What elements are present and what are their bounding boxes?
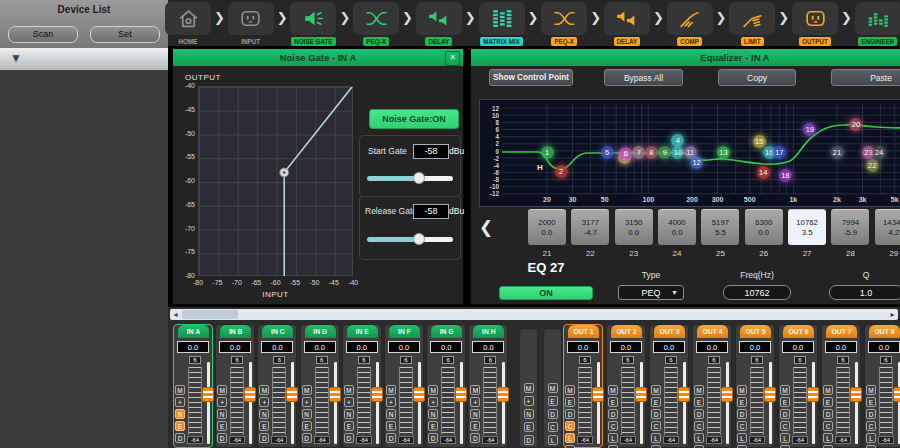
eq-band-cell-25[interactable]: 51975.5	[701, 209, 739, 245]
channel-button-l[interactable]: L	[651, 433, 661, 443]
channel-button-d[interactable]: D	[866, 409, 876, 419]
channel-button-l[interactable]: L	[737, 433, 747, 443]
aux-strip-out-button-d[interactable]: D	[548, 409, 558, 419]
channel-button-e[interactable]: E	[344, 421, 354, 431]
channel-button-plus[interactable]: +	[470, 397, 480, 407]
toolbar-item-comp[interactable]: COMP	[667, 2, 713, 46]
channel-button-d[interactable]: D	[651, 409, 661, 419]
fader-track[interactable]	[249, 362, 252, 444]
channel-button-e[interactable]: E	[780, 397, 790, 407]
channel-value-out-8[interactable]: 0.0	[868, 341, 900, 353]
channel-button-m[interactable]: M	[780, 385, 790, 395]
fader-handle[interactable]	[329, 387, 341, 402]
channel-button-c[interactable]: C	[694, 421, 704, 431]
eq-point-15[interactable]: 15	[753, 135, 766, 148]
toolbar-item-peq-x[interactable]: PEQ-X	[353, 2, 399, 46]
channel-button-e[interactable]: E	[651, 397, 661, 407]
toolbar-item-engineer[interactable]: ENGINEER	[855, 2, 900, 46]
channel-button-l[interactable]: L	[780, 433, 790, 443]
fader-handle[interactable]	[244, 387, 256, 402]
eq-point-18[interactable]: 18	[779, 169, 792, 182]
close-icon[interactable]: ✕	[445, 51, 460, 66]
channel-tab-out-6[interactable]: OUT 6	[783, 325, 814, 338]
channel-value-out-6[interactable]: 0.0	[782, 341, 814, 353]
toolbar-item-noise-gate[interactable]: NOISE GATE	[290, 2, 336, 46]
aux-strip-in-button-m[interactable]: M	[524, 383, 534, 393]
band-prev-icon[interactable]: ❮	[479, 217, 493, 238]
eq-point-5[interactable]: 5	[601, 146, 614, 159]
channel-value-out-3[interactable]: 0.0	[653, 341, 685, 353]
hpf-marker[interactable]: H	[537, 163, 543, 172]
channel-value-in-a[interactable]: 0.0	[177, 341, 209, 353]
channel-button-n[interactable]: N	[259, 409, 269, 419]
fader-track[interactable]	[726, 362, 729, 444]
channel-tab-in-h[interactable]: IN H	[473, 325, 504, 338]
q-field[interactable]: 1.0	[829, 285, 900, 300]
channel-tab-in-e[interactable]: IN E	[347, 325, 378, 338]
fader-handle[interactable]	[497, 387, 509, 402]
channel-button-plus[interactable]: +	[259, 397, 269, 407]
fader-handle[interactable]	[286, 387, 298, 402]
paste-button[interactable]: Paste	[831, 69, 900, 86]
channel-button-l[interactable]: L	[565, 433, 575, 443]
channel-button-e[interactable]: E	[428, 421, 438, 431]
channel-button-m[interactable]: M	[175, 385, 185, 395]
channel-tab-out-2[interactable]: OUT 2	[611, 325, 642, 338]
channel-button-c[interactable]: C	[737, 421, 747, 431]
channel-button-m[interactable]: M	[565, 385, 575, 395]
channel-button-n[interactable]: N	[302, 409, 312, 419]
channel-tab-in-c[interactable]: IN C	[262, 325, 293, 338]
channel-tab-in-f[interactable]: IN F	[389, 325, 420, 338]
channel-button-n[interactable]: N	[344, 409, 354, 419]
start-gate-slider-handle[interactable]	[413, 172, 425, 184]
channel-button-m[interactable]: M	[737, 385, 747, 395]
channel-tab-out-1[interactable]: OUT 1	[568, 325, 599, 338]
eq-point-10[interactable]: 10	[671, 146, 684, 159]
bypass-all-button[interactable]: Bypass All	[604, 69, 683, 86]
channel-tab-in-a[interactable]: IN A	[178, 325, 209, 338]
toolbar-item-delay[interactable]: DELAY	[604, 2, 650, 46]
channel-button-e[interactable]: E	[608, 397, 618, 407]
channel-value-in-d[interactable]: 0.0	[304, 341, 336, 353]
toolbar-item-output[interactable]: OUTPUT	[792, 2, 838, 46]
fader-handle[interactable]	[202, 387, 214, 402]
channel-value-out-2[interactable]: 0.0	[610, 341, 642, 353]
eq-point-6[interactable]: 6	[619, 147, 632, 160]
channel-button-d[interactable]: D	[823, 409, 833, 419]
toolbar-item-delay[interactable]: DELAY	[416, 2, 462, 46]
channel-button-n[interactable]: N	[217, 409, 227, 419]
channel-button-m[interactable]: M	[651, 385, 661, 395]
channel-button-plus[interactable]: +	[175, 397, 185, 407]
channel-button-m[interactable]: M	[344, 385, 354, 395]
scroll-right-icon[interactable]: ▸	[887, 309, 898, 320]
copy-button[interactable]: Copy	[718, 69, 796, 86]
fader-track[interactable]	[418, 362, 421, 444]
fader-track[interactable]	[291, 362, 294, 444]
fader-track[interactable]	[597, 362, 600, 444]
channel-button-d[interactable]: D	[737, 409, 747, 419]
channel-button-d[interactable]: D	[694, 409, 704, 419]
channel-button-d[interactable]: D	[259, 433, 269, 443]
channel-button-c[interactable]: C	[565, 421, 575, 431]
channel-button-e[interactable]: E	[866, 397, 876, 407]
channel-button-c[interactable]: C	[823, 421, 833, 431]
channel-button-e[interactable]: E	[470, 421, 480, 431]
channel-value-out-1[interactable]: 0.0	[567, 341, 599, 353]
eq-point-21[interactable]: 21	[831, 146, 844, 159]
set-button[interactable]: Set	[90, 26, 160, 43]
eq-point-14[interactable]: 14	[757, 166, 770, 179]
channel-value-in-b[interactable]: 0.0	[219, 341, 251, 353]
channel-button-m[interactable]: M	[866, 385, 876, 395]
release-gate-slider[interactable]	[367, 237, 453, 242]
eq-band-cell-28[interactable]: 7994-5.9	[831, 209, 869, 245]
channel-button-d[interactable]: D	[428, 433, 438, 443]
channel-button-d[interactable]: D	[780, 409, 790, 419]
channel-button-plus[interactable]: +	[217, 397, 227, 407]
fader-track[interactable]	[334, 362, 337, 444]
channel-button-l[interactable]: L	[694, 433, 704, 443]
noise-gate-power-button[interactable]: Noise Gate:ON	[369, 109, 459, 129]
channel-button-c[interactable]: C	[651, 421, 661, 431]
fader-handle[interactable]	[893, 387, 900, 402]
show-control-point-button[interactable]: Show Control Point	[489, 69, 573, 86]
start-gate-slider[interactable]	[367, 176, 453, 181]
